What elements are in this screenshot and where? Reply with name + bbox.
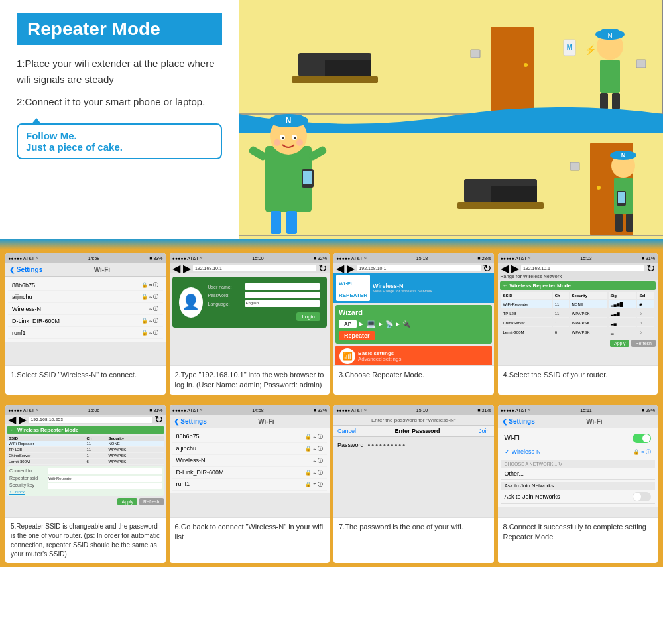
wifi-item-runf[interactable]: runf1 🔒 ≈ ⓘ bbox=[8, 327, 163, 339]
url-input-4[interactable]: 192.168.10.1 bbox=[521, 265, 644, 271]
wifi-toggle[interactable] bbox=[633, 434, 651, 443]
connect-to-row: Connect to bbox=[9, 468, 162, 474]
enter-pw-title: Enter Password bbox=[394, 428, 440, 434]
language-field[interactable]: English bbox=[245, 300, 321, 307]
svg-rect-15 bbox=[612, 93, 620, 109]
speech-bubble: Follow Me.Just a piece of cake. bbox=[17, 123, 222, 159]
wifi-list-1: 88b6b75 🔒 ≈ ⓘ aijinchu 🔒 ≈ ⓘ Wireless-N … bbox=[5, 277, 166, 342]
wifi-toggle-row: Wi-Fi bbox=[501, 431, 656, 446]
top-section: Repeater Mode 1:Place your wifi extender… bbox=[0, 0, 663, 239]
advanced-settings-label[interactable]: Advanced settings bbox=[358, 356, 401, 362]
status-bar-7: ●●●●● AT&T ≈ 15:10 ■ 31% bbox=[333, 405, 494, 415]
rep-row-wifi[interactable]: WiFi-Repeater 11 NONE bbox=[7, 441, 164, 447]
wifi-item-6-wireless[interactable]: Wireless-N ≈ ⓘ bbox=[172, 455, 328, 467]
wifi-item-6-runf[interactable]: runf1 🔒 ≈ ⓘ bbox=[172, 479, 328, 491]
rep-row-tp[interactable]: TP-L2B 11 WPA/PSK bbox=[7, 446, 164, 452]
title-box: Repeater Mode bbox=[17, 13, 222, 45]
step-desc-2: 2.Type "192.168.10.1" into the web brows… bbox=[170, 366, 330, 395]
ap-mode-btn[interactable]: AP bbox=[339, 320, 357, 328]
main-container: Repeater Mode 1:Place your wifi extender… bbox=[0, 0, 663, 644]
url-bar-2: ◀ ▶ 192.168.10.1 ↻ bbox=[170, 263, 330, 273]
brand-subtitle: More Range for Wireless Network bbox=[373, 289, 432, 293]
username-field[interactable] bbox=[245, 283, 321, 290]
wifi-item-6-dlink[interactable]: D-Link_DIR-600M 🔒 ≈ ⓘ bbox=[172, 467, 328, 479]
step-screen-3: ●●●●● AT&T ≈ 15:18 ■ 28% ◀ ▶ 192.168.10.… bbox=[333, 253, 494, 366]
repeater-mode-btn[interactable]: Repeater bbox=[339, 331, 375, 340]
apply-btn-4[interactable]: Apply bbox=[610, 340, 630, 347]
username-row: User name: bbox=[208, 283, 321, 290]
ssid-row-wifi-repeater[interactable]: WiFi-Repeater 11 NONE ▂▄▆█ ◉ bbox=[501, 300, 655, 308]
rep-table-container: SSID Ch Security WiFi-Repeater 11 NONE bbox=[7, 436, 164, 465]
steps-row1: ●●●●● AT&T ≈ 14:58 ■ 33% ❮ Settings Wi-F… bbox=[5, 253, 658, 395]
ask-join-text: Ask to Join Networks bbox=[505, 493, 560, 500]
step-card-3: ●●●●● AT&T ≈ 15:18 ■ 28% ◀ ▶ 192.168.10.… bbox=[333, 253, 494, 395]
repeater-ssid-input[interactable]: Wifi-Repeater bbox=[48, 476, 162, 482]
back-btn-6[interactable]: ❮ Settings bbox=[174, 418, 207, 425]
ssid-row-tp[interactable]: TP-L2B 11 WPA/PSK ▂▄▆ ○ bbox=[501, 310, 655, 318]
ask-join-label: Ask to Join Networks bbox=[501, 482, 656, 490]
svg-rect-52 bbox=[618, 192, 625, 203]
status-bar-3: ●●●●● AT&T ≈ 15:18 ■ 28% bbox=[333, 253, 494, 263]
step-screen-4: ●●●●● AT&T ≈ 15:03 ■ 31% ◀ ▶ 192.168.10.… bbox=[498, 253, 658, 366]
status-bar-6: ●●●●● AT&T ≈ 14:58 ■ 33% bbox=[170, 405, 330, 415]
wifi-toggle-label: Wi-Fi bbox=[505, 434, 520, 442]
avatar: 👤 bbox=[179, 287, 203, 318]
url-input-3[interactable]: 192.168.10.1 bbox=[357, 265, 480, 271]
wifi-header-8: ❮ Settings Wi-Fi bbox=[498, 415, 658, 428]
svg-rect-13 bbox=[600, 60, 620, 93]
status-bar-4: ●●●●● AT&T ≈ 15:03 ■ 31% bbox=[498, 253, 658, 263]
svg-rect-53 bbox=[615, 214, 623, 232]
status-bar-5: ●●●●● AT&T ≈ 15:06 ■ 31% bbox=[5, 405, 166, 415]
rep-row-lernit[interactable]: Lernit-300M 6 WPA/PSK bbox=[7, 458, 164, 464]
url-input-5[interactable]: 192.168.10.253 bbox=[29, 417, 152, 423]
pw-dots[interactable]: •••••••••• bbox=[368, 441, 407, 449]
security-key-row: Security key bbox=[9, 483, 162, 489]
step-card-6: ●●●●● AT&T ≈ 14:58 ■ 33% ❮ Settings Wi-F… bbox=[170, 405, 330, 563]
wifi-item-dlink[interactable]: D-Link_DIR-600M 🔒 ≈ ⓘ bbox=[8, 315, 163, 327]
ask-join-toggle[interactable] bbox=[633, 492, 651, 501]
ssid-row-china[interactable]: ChinaServer 1 WPA/PSK ▂▄ ○ bbox=[501, 319, 655, 327]
wifi-item-aij[interactable]: aijinchu 🔒 ≈ ⓘ bbox=[8, 291, 163, 303]
wizard-title: Wizard bbox=[339, 308, 489, 316]
step-card-8: ●●●●● AT&T ≈ 15:11 ■ 29% ❮ Settings Wi-F… bbox=[498, 405, 658, 563]
wifi-item-6-88b[interactable]: 88b6b75 🔒 ≈ ⓘ bbox=[172, 431, 328, 443]
svg-point-38 bbox=[296, 139, 303, 146]
refresh-btn-4[interactable]: Refresh bbox=[631, 340, 656, 347]
wifi-item-6-aij[interactable]: aijinchu 🔒 ≈ ⓘ bbox=[172, 443, 328, 455]
svg-point-35 bbox=[282, 137, 284, 139]
other-network-row[interactable]: Other... bbox=[501, 468, 656, 480]
login-button[interactable]: Login bbox=[296, 312, 320, 321]
page-title: Repeater Mode bbox=[27, 19, 211, 40]
svg-rect-22 bbox=[457, 202, 544, 209]
checkmark-icon: ✓ bbox=[505, 448, 510, 455]
wifi-item-wireless[interactable]: Wireless-N ≈ ⓘ bbox=[8, 303, 163, 315]
unlock-link[interactable]: ↑ Unlock bbox=[9, 490, 162, 494]
refresh-btn-5[interactable]: Refresh bbox=[139, 498, 164, 505]
instruction-step1: 1:Place your wifi extender at the place … bbox=[17, 56, 222, 88]
security-key-input[interactable] bbox=[48, 483, 162, 489]
back-btn-8[interactable]: ❮ Settings bbox=[502, 418, 535, 425]
back-btn-1[interactable]: ❮ Settings bbox=[9, 266, 42, 273]
wifi-title-6: Wi-Fi bbox=[258, 418, 274, 425]
wifi-item-88b[interactable]: 88b6b75 🔒 ≈ ⓘ bbox=[8, 279, 163, 291]
step-screen-7: ●●●●● AT&T ≈ 15:10 ■ 31% Enter the passw… bbox=[333, 405, 494, 518]
apply-btn-5[interactable]: Apply bbox=[117, 498, 137, 505]
connect-to-input[interactable] bbox=[48, 468, 162, 474]
rep-row-china[interactable]: ChinaServer 1 WPA/PSK bbox=[7, 452, 164, 458]
join-btn[interactable]: Join bbox=[479, 428, 490, 434]
wifi-logo: Wi⋅FiREPEATER bbox=[336, 275, 370, 301]
password-field[interactable] bbox=[245, 292, 321, 298]
language-row: Language: English bbox=[208, 300, 321, 307]
cancel-btn[interactable]: Cancel bbox=[337, 428, 356, 434]
status-bar-8: ●●●●● AT&T ≈ 15:11 ■ 29% bbox=[498, 405, 658, 415]
ssid-table: SSID Ch Security Sig Sel WiFi-Repeater bbox=[500, 291, 656, 338]
step-desc-8: 8.Connect it successfully to complete se… bbox=[498, 518, 658, 563]
url-input-2[interactable]: 192.168.10.1 bbox=[193, 265, 316, 271]
other-label: Other... bbox=[505, 470, 524, 477]
connected-network-row: ✓ Wireless-N 🔒 ≈ ⓘ bbox=[501, 446, 656, 458]
ssid-row-lernit[interactable]: Lernit-300M 6 WPA/PSK ▂ ○ bbox=[501, 328, 655, 336]
wave-separator bbox=[0, 239, 663, 249]
svg-rect-54 bbox=[626, 214, 633, 232]
svg-rect-19 bbox=[636, 60, 646, 68]
basic-settings-label[interactable]: Basic settings bbox=[358, 350, 401, 356]
